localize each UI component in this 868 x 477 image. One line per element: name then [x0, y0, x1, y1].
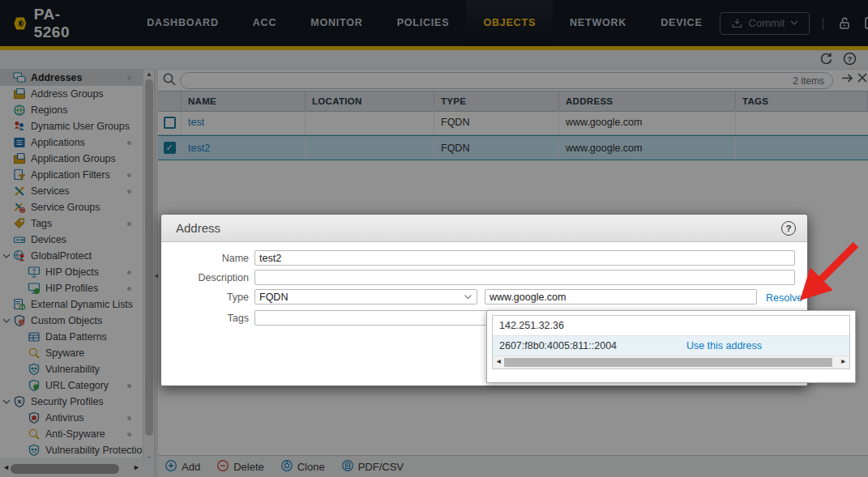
resolved-address-list: 142.251.32.362607:f8b0:4005:811::2004Use… — [492, 315, 850, 369]
type-dropdown-value: FQDN — [259, 292, 288, 303]
scrollbar-thumb[interactable] — [504, 358, 832, 367]
resolved-ip-value: 2607:f8b0:4005:811::2004 — [499, 340, 617, 351]
scroll-left-arrow-icon[interactable]: ◄ — [495, 357, 502, 365]
chevron-down-icon — [464, 292, 472, 303]
resolved-address-row[interactable]: 2607:f8b0:4005:811::2004Use this address — [493, 335, 849, 356]
resolved-ip-value: 142.251.32.36 — [499, 320, 564, 331]
type-dropdown[interactable]: FQDN — [254, 289, 477, 305]
type-label: Type — [161, 292, 249, 303]
name-field[interactable] — [254, 250, 795, 266]
tags-label: Tags — [161, 313, 249, 324]
use-this-address-link[interactable]: Use this address — [686, 340, 762, 351]
fqdn-field[interactable] — [485, 289, 757, 305]
popup-horizontal-scrollbar[interactable]: ◄► — [493, 356, 849, 368]
resolve-link[interactable]: Resolve — [766, 292, 802, 304]
help-icon[interactable]: ? — [781, 221, 796, 236]
dialog-title-bar: Address ? — [161, 215, 807, 242]
resolve-results-popup: 142.251.32.362607:f8b0:4005:811::2004Use… — [486, 310, 856, 383]
dialog-title: Address — [176, 221, 220, 235]
scroll-right-arrow-icon[interactable]: ► — [840, 357, 847, 365]
resolved-address-row[interactable]: 142.251.32.36 — [493, 316, 849, 335]
name-label: Name — [161, 253, 249, 264]
description-field[interactable] — [254, 270, 795, 285]
description-label: Description — [161, 272, 249, 283]
